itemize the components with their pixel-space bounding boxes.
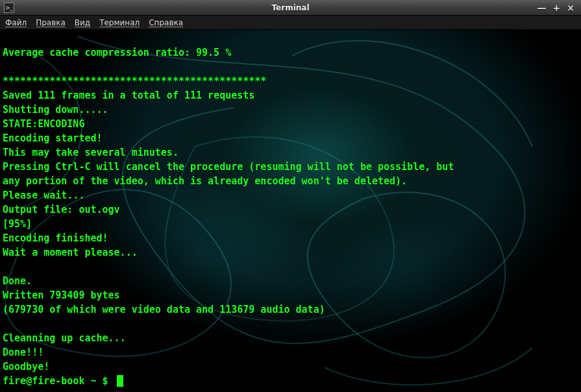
- output-line: Average cache compression ratio: 99.5 %: [3, 47, 231, 58]
- output-line: This may take several minutes.: [3, 147, 179, 158]
- menu-file[interactable]: Файл: [5, 18, 27, 27]
- output-line: Encoding finished!: [3, 232, 108, 244]
- output-line: Written 793409 bytes: [3, 289, 120, 301]
- prompt-path: ~ $: [84, 374, 114, 388]
- prompt-at: @: [26, 374, 32, 388]
- output-line: Please wait...: [3, 190, 84, 201]
- menu-bar: Файл Правка Вид Терминал Справка: [0, 16, 581, 30]
- output-line: Shutting down.....: [3, 104, 108, 116]
- cursor-block: [117, 375, 123, 387]
- prompt-line[interactable]: fire@fire-book ~ $: [3, 374, 578, 388]
- output-line: Goodbye!: [3, 361, 49, 373]
- maximize-button[interactable]: +: [553, 3, 561, 12]
- prompt-host: fire-book: [32, 374, 84, 388]
- window-title: Terminal: [271, 3, 309, 12]
- output-line: Saved 111 frames in a total of 111 reque…: [3, 90, 254, 101]
- output-line: ****************************************…: [3, 75, 266, 87]
- output-line: Done!!!: [3, 347, 43, 358]
- menu-help[interactable]: Справка: [149, 18, 183, 27]
- output-line: any portion of the video, which is alrea…: [3, 175, 407, 187]
- prompt-user: fire: [3, 374, 26, 388]
- output-line: (679730 of which were video data and 113…: [3, 304, 325, 315]
- output-line: Output file: out.ogv: [3, 204, 120, 215]
- output-line: STATE:ENCODING: [3, 118, 84, 130]
- menu-view[interactable]: Вид: [75, 18, 90, 27]
- output-line: Done.: [3, 275, 32, 287]
- terminal-viewport[interactable]: Average cache compression ratio: 99.5 % …: [0, 30, 581, 392]
- menu-terminal[interactable]: Терминал: [99, 18, 140, 27]
- terminal-output: Average cache compression ratio: 99.5 % …: [0, 30, 581, 389]
- minimize-button[interactable]: —: [538, 3, 547, 12]
- menu-edit[interactable]: Правка: [36, 18, 66, 27]
- close-button[interactable]: ×: [567, 3, 575, 12]
- output-line: Encoding started!: [3, 132, 103, 144]
- output-line: Wait a moment please...: [3, 247, 138, 258]
- window-titlebar: >_ Terminal — + ×: [0, 0, 581, 16]
- window-controls: — + ×: [538, 0, 578, 15]
- terminal-app-icon: >_: [4, 3, 14, 13]
- output-line: Pressing Ctrl-C will cancel the procedur…: [3, 161, 454, 173]
- output-line: Cleanning up cache...: [3, 332, 126, 344]
- output-line: [95%]: [3, 218, 32, 230]
